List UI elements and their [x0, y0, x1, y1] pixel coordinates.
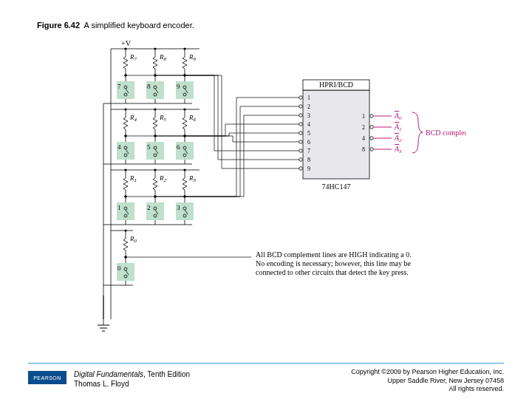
svg-text:A3: A3	[394, 145, 402, 154]
footer-divider	[28, 363, 504, 364]
svg-text:R3: R3	[188, 174, 197, 183]
svg-text:R8: R8	[159, 53, 167, 62]
bcd-complement-label: BCD complement	[426, 129, 466, 137]
copyright-line1: Copyright ©2009 by Pearson Higher Educat…	[351, 368, 504, 375]
svg-text:1: 1	[117, 204, 121, 211]
book-author: Thomas L. Floyd	[74, 380, 129, 388]
svg-point-102	[125, 75, 127, 77]
power-label: +V	[121, 39, 132, 47]
pearson-logo: PEARSON	[28, 371, 66, 384]
svg-point-107	[184, 135, 186, 137]
diagram: +V R7 R8 R9 7 8 9 R4 R5 R6 4 5 6 R1 R2 R…	[81, 38, 466, 352]
figure-number: Figure 6.42	[37, 21, 80, 30]
note-line3: connected to other circuits that detect …	[256, 268, 409, 276]
svg-point-110	[184, 196, 186, 198]
svg-text:R5: R5	[159, 114, 167, 123]
svg-text:8: 8	[147, 83, 151, 90]
svg-text:R0: R0	[129, 235, 137, 244]
svg-text:2: 2	[362, 124, 365, 131]
svg-text:4: 4	[307, 121, 310, 128]
svg-point-106	[154, 135, 157, 137]
svg-point-108	[125, 196, 127, 198]
encoder-body	[303, 90, 369, 179]
svg-point-104	[184, 75, 186, 77]
copyright-line3: All rights reserved.	[449, 385, 504, 392]
svg-point-105	[125, 135, 127, 137]
svg-text:R1: R1	[129, 174, 137, 183]
copyright-line2: Upper Saddle River, New Jersey 07458	[387, 377, 504, 384]
svg-point-103	[154, 75, 157, 77]
svg-text:5: 5	[307, 130, 310, 137]
note-line2: No encoding is necessary; however, this …	[256, 259, 411, 267]
svg-text:7: 7	[117, 83, 121, 90]
svg-text:6: 6	[307, 139, 310, 146]
svg-text:4: 4	[362, 135, 365, 142]
svg-text:2: 2	[307, 103, 310, 110]
svg-text:6: 6	[177, 143, 180, 151]
svg-text:9: 9	[177, 83, 180, 90]
svg-text:8: 8	[307, 157, 310, 163]
svg-text:R4: R4	[129, 114, 137, 123]
svg-text:2: 2	[147, 204, 151, 211]
svg-text:A1: A1	[394, 123, 402, 132]
note-line1: All BCD complement lines are HIGH indica…	[256, 250, 412, 259]
wires	[125, 75, 299, 259]
encoder-part: 74HC147	[322, 183, 351, 191]
figure-caption: Figure 6.42 A simplified keyboard encode…	[37, 21, 194, 30]
svg-text:A0: A0	[394, 112, 402, 121]
svg-point-111	[125, 256, 127, 259]
svg-text:7: 7	[307, 148, 310, 154]
svg-text:R6: R6	[188, 114, 197, 123]
svg-text:A2: A2	[394, 134, 402, 143]
svg-text:4: 4	[117, 143, 121, 151]
svg-text:R7: R7	[129, 53, 137, 62]
svg-text:0: 0	[117, 265, 121, 272]
svg-text:R9: R9	[188, 53, 197, 62]
book-info: Digital Fundamentals, Tenth Edition Thom…	[74, 370, 190, 389]
encoder-title: HPRI/BCD	[319, 81, 353, 89]
copyright: Copyright ©2009 by Pearson Higher Educat…	[351, 368, 504, 393]
svg-text:8: 8	[362, 146, 365, 153]
svg-text:R2: R2	[159, 174, 167, 183]
svg-text:9: 9	[307, 166, 310, 172]
book-title: Digital Fundamentals	[74, 370, 143, 378]
svg-text:3: 3	[177, 204, 180, 211]
figure-title: A simplified keyboard encoder.	[84, 21, 194, 30]
book-edition: , Tenth Edition	[143, 370, 190, 378]
svg-text:1: 1	[362, 113, 365, 120]
svg-text:1: 1	[307, 95, 310, 101]
svg-point-109	[154, 196, 157, 198]
svg-text:3: 3	[307, 112, 310, 119]
svg-text:5: 5	[147, 143, 151, 151]
